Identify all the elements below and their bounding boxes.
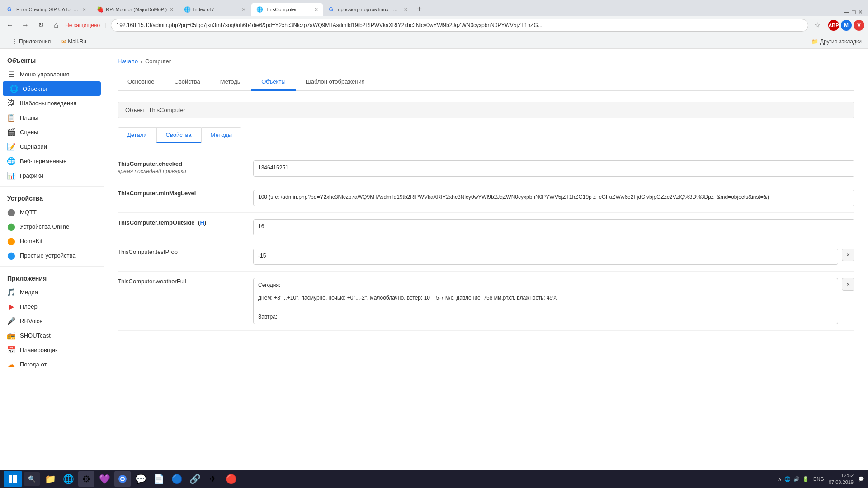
sidebar-label-scenarios: Сценарии <box>20 143 47 150</box>
prop-input-checked[interactable]: 1346415251 <box>253 160 854 177</box>
taskbar-language: ENG <box>813 476 824 482</box>
browser-tab-2[interactable]: 🍓 RPi-Monitor (MajorDoMoPi) × <box>91 3 179 16</box>
sub-tab-details[interactable]: Детали <box>118 127 156 143</box>
taskbar-app-viber[interactable]: 💜 <box>96 471 113 487</box>
taskbar-chevron-icon[interactable]: ∧ <box>778 476 782 482</box>
sidebar-item-plans[interactable]: 📋 Планы <box>0 110 104 125</box>
windows-icon <box>8 474 17 483</box>
sidebar-item-charts[interactable]: 📊 Графики <box>0 168 104 183</box>
prop-input-weatherfull[interactable]: Сегодня: днем: +8°...+10°, пасмурно, ноч… <box>253 278 838 324</box>
sidebar-divider-1 <box>0 186 104 187</box>
bookmark-star-icon[interactable]: ☆ <box>811 19 824 32</box>
taskbar-app-11[interactable]: 🔴 <box>223 471 239 487</box>
minimize-button[interactable]: ─ <box>844 8 849 16</box>
tab-properties-top[interactable]: Свойства <box>165 74 210 91</box>
close-button[interactable]: × <box>859 8 863 16</box>
prop-label-weatherfull: ThisComputer.weatherFull <box>118 278 244 285</box>
back-button[interactable]: ← <box>4 19 16 32</box>
taskbar: 🔍 📁 🌐 ⚙ 💜 💬 📄 🔵 🔗 ✈ 🔴 ∧ 🌐 🔊 🔋 ENG <box>0 470 868 488</box>
abp-icon[interactable]: ABP <box>828 20 839 31</box>
browser-tab-4[interactable]: 🌐 ThisComputer × <box>251 3 323 16</box>
sidebar-label-media: Медиа <box>20 289 38 296</box>
tab-close-5[interactable]: × <box>404 6 407 13</box>
home-button[interactable]: ⌂ <box>50 19 62 32</box>
taskbar-app-file-manager[interactable]: 📁 <box>42 471 58 487</box>
tab-close-4[interactable]: × <box>314 6 318 13</box>
sidebar-item-devices-online[interactable]: ⬤ Устройства Online <box>0 219 104 234</box>
tab-display-template[interactable]: Шаблон отображения <box>296 74 375 91</box>
browser-tab-3[interactable]: 🌐 Index of / × <box>179 3 251 16</box>
tab-favicon-5: G <box>329 6 335 13</box>
profile-m-icon[interactable]: M <box>841 20 852 31</box>
profile-v-icon[interactable]: V <box>854 20 864 31</box>
forward-button[interactable]: → <box>19 19 32 32</box>
sidebar-item-mqtt[interactable]: ⬤ MQTT <box>0 205 104 219</box>
sidebar-item-web-vars[interactable]: 🌐 Веб-переменные <box>0 154 104 168</box>
content-area: Начало / Computer Основное Свойства Мето… <box>104 49 868 488</box>
maximize-button[interactable]: □ <box>852 9 855 16</box>
browser-tab-1[interactable]: G Error Creating SIP UA for profile: × <box>2 3 91 16</box>
sidebar-item-player[interactable]: ▶ Плеер <box>0 299 104 314</box>
prop-input-tempoutside[interactable]: 16 <box>253 219 854 235</box>
taskbar-app-settings[interactable]: ⚙ <box>78 471 94 487</box>
prop-delete-weatherfull[interactable]: × <box>842 278 854 291</box>
sidebar-item-rhvoice[interactable]: 🎤 RHVoice <box>0 314 104 328</box>
taskbar-notification-icon[interactable]: 💬 <box>858 476 864 482</box>
sidebar-item-scenes[interactable]: 🎬 Сцены <box>0 125 104 139</box>
prop-input-testprop[interactable]: -15 <box>253 249 838 265</box>
sidebar-label-weather: Погода от <box>20 361 47 368</box>
tempoutside-link[interactable]: H <box>200 219 204 226</box>
search-icon: 🔍 <box>28 475 36 483</box>
address-input[interactable] <box>111 19 808 32</box>
bookmarks-mail[interactable]: ✉ Mail.Ru <box>59 38 89 46</box>
bookmarks-apps[interactable]: ⋮⋮ Приложения <box>4 38 53 46</box>
sidebar-item-scenarios[interactable]: 📝 Сценарии <box>0 139 104 154</box>
reload-button[interactable]: ↻ <box>34 19 47 32</box>
sidebar-item-behavior-templates[interactable]: 🖼 Шаблоны поведения <box>0 96 104 110</box>
tab-objects[interactable]: Объекты <box>251 74 296 91</box>
rhvoice-icon: 🎤 <box>7 317 15 325</box>
tab-close-3[interactable]: × <box>242 6 245 13</box>
properties-list: ThisComputer.checked время последней про… <box>118 154 854 331</box>
prop-input-minmsglevel[interactable]: 100 (src: /admin.php?pd=Y2xhc3Nlczp7aWQ9… <box>253 190 854 206</box>
start-button[interactable] <box>4 471 22 487</box>
taskbar-app-skype[interactable]: 💬 <box>132 471 149 487</box>
prop-value-wrap-testprop: -15 × <box>253 249 854 265</box>
browser-tab-5[interactable]: G просмотр портов linux - Поиск × <box>323 3 413 16</box>
bookmarks-bar: ⋮⋮ Приложения ✉ Mail.Ru 📁 Другие закладк… <box>0 34 868 49</box>
taskbar-app-chrome[interactable] <box>114 471 131 487</box>
breadcrumb-start[interactable]: Начало <box>118 58 138 65</box>
prop-label-main-checked: ThisComputer.checked <box>118 160 244 167</box>
sub-tab-properties[interactable]: Свойства <box>156 127 201 143</box>
taskbar-app-9[interactable]: 🔗 <box>187 471 203 487</box>
sidebar-item-weather[interactable]: ☁ Погода от <box>0 357 104 371</box>
taskbar-app-8[interactable]: 🔵 <box>169 471 185 487</box>
objects-icon: 🌐 <box>10 84 18 93</box>
scenarios-icon: 📝 <box>7 142 15 150</box>
tab-methods-top[interactable]: Методы <box>210 74 251 91</box>
sidebar-item-media[interactable]: 🎵 Медиа <box>0 285 104 299</box>
other-bookmarks[interactable]: 📁 Другие закладки <box>809 38 864 46</box>
sidebar-item-menu-management[interactable]: ☰ Меню управления <box>0 67 104 81</box>
taskbar-search[interactable]: 🔍 <box>24 472 40 486</box>
tab-close-2[interactable]: × <box>170 6 173 13</box>
new-tab-button[interactable]: + <box>413 3 426 15</box>
taskbar-app-browser1[interactable]: 🌐 <box>60 471 76 487</box>
taskbar-date-value: 07.08.2019 <box>829 479 854 486</box>
sidebar-item-shoutcast[interactable]: 📻 SHOUTcast <box>0 328 104 343</box>
prop-row-weatherfull: ThisComputer.weatherFull Сегодня: днем: … <box>118 272 854 331</box>
sidebar-item-objects[interactable]: 🌐 Объекты <box>3 81 101 96</box>
taskbar-app-word[interactable]: 📄 <box>151 471 167 487</box>
taskbar-app-telegram[interactable]: ✈ <box>205 471 221 487</box>
prop-delete-testprop[interactable]: × <box>842 249 854 261</box>
sidebar-item-planner[interactable]: 📅 Планировщик <box>0 343 104 357</box>
sidebar-section-apps: Приложения <box>0 270 104 285</box>
taskbar-volume-icon: 🔊 <box>793 476 800 482</box>
tab-close-1[interactable]: × <box>82 6 86 13</box>
sub-tab-methods[interactable]: Методы <box>201 127 241 143</box>
sidebar-item-homekit[interactable]: ⬤ HomeKit <box>0 234 104 248</box>
tab-basic[interactable]: Основное <box>118 74 165 91</box>
sidebar-item-simple-devices[interactable]: ⬤ Простые устройства <box>0 248 104 263</box>
breadcrumb: Начало / Computer <box>118 58 854 65</box>
prop-value-wrap-minmsglevel: 100 (src: /admin.php?pd=Y2xhc3Nlczp7aWQ9… <box>253 190 854 206</box>
